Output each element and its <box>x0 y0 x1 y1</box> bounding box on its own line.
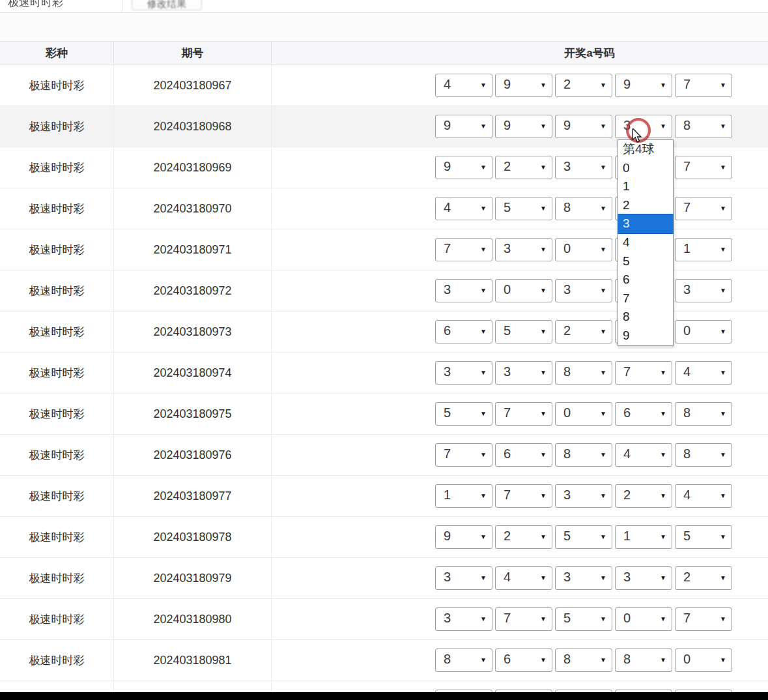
ball-2-number-select[interactable]: 6▼ <box>495 443 552 467</box>
ball-5-number-select[interactable]: 1▼ <box>675 238 732 261</box>
ball-4-number-select[interactable]: 7▼ <box>615 361 672 385</box>
ball-4-number-select[interactable]: 4▼ <box>615 443 672 467</box>
dropdown-option[interactable]: 1 <box>618 177 673 196</box>
ball-1-number-select[interactable]: 1▼ <box>435 484 492 508</box>
ball-2-number-select[interactable]: 3▼ <box>495 361 552 385</box>
selected-number: 8 <box>563 446 571 461</box>
ball-5-number-select[interactable]: 0▼ <box>675 649 732 672</box>
table-row: 极速时时彩2024031809789▼2▼5▼1▼5▼ <box>0 517 768 558</box>
ball-3-number-select[interactable]: 3▼ <box>555 566 612 590</box>
ball-5-number-select[interactable]: 7▼ <box>675 197 732 220</box>
ball-1-number-select[interactable]: 3▼ <box>435 361 492 385</box>
ball-4-number-select[interactable]: 6▼ <box>615 402 672 426</box>
dropdown-option[interactable]: 0 <box>618 159 673 178</box>
ball-5-number-select[interactable]: 7▼ <box>675 74 732 97</box>
ball-1-number-select[interactable]: 5▼ <box>435 402 492 426</box>
ball-3-number-select[interactable]: 0▼ <box>555 402 612 426</box>
ball-3-number-select[interactable]: 8▼ <box>555 197 612 220</box>
caret-down-icon: ▼ <box>600 205 606 212</box>
ball-2-number-select[interactable]: 5▼ <box>495 320 552 343</box>
selected-number: 8 <box>563 364 571 379</box>
ball-4-number-select[interactable]: 0▼ <box>615 607 672 631</box>
ball-5-number-select[interactable]: 2▼ <box>675 566 732 590</box>
ball-1-number-select[interactable]: 9▼ <box>435 525 492 549</box>
ball-5-number-select[interactable]: 7▼ <box>675 607 732 631</box>
ball-3-number-select[interactable]: 2▼ <box>555 74 612 97</box>
ball-2-number-select[interactable]: 0▼ <box>495 279 552 302</box>
caret-down-icon: ▼ <box>720 615 726 622</box>
ball-3-number-select[interactable]: 3▼ <box>555 279 612 302</box>
dropdown-option[interactable]: 4 <box>618 233 673 252</box>
top-toolbar: 极速时时彩 修改结果 <box>0 0 768 13</box>
ball-3-number-select[interactable]: 3▼ <box>555 156 612 179</box>
dropdown-option[interactable]: 3 <box>618 214 673 233</box>
caret-down-icon: ▼ <box>660 451 666 458</box>
lottery-type-select[interactable]: 极速时时彩 <box>0 0 122 13</box>
ball-2-number-select[interactable]: 2▼ <box>495 525 552 549</box>
lottery-type-cell: 极速时时彩 <box>0 435 114 476</box>
ball-2-number-select[interactable]: 9▼ <box>495 74 552 97</box>
ball-3-number-select[interactable]: 5▼ <box>555 607 612 631</box>
caret-down-icon: ▼ <box>480 164 487 171</box>
caret-down-icon: ▼ <box>480 246 487 253</box>
dropdown-option[interactable]: 8 <box>618 308 673 327</box>
ball-2-number-select[interactable]: 4▼ <box>495 566 552 590</box>
caret-down-icon: ▼ <box>540 246 547 253</box>
ball-3-number-select[interactable]: 8▼ <box>555 443 612 467</box>
ball-1-number-select[interactable]: 8▼ <box>435 649 492 672</box>
ball-3-number-select[interactable]: 8▼ <box>555 649 612 672</box>
ball-3-number-select[interactable]: 8▼ <box>555 361 612 385</box>
ball-5-number-select[interactable]: 8▼ <box>675 402 732 426</box>
dropdown-option[interactable]: 9 <box>618 327 673 345</box>
ball-4-number-select[interactable]: 8▼ <box>615 649 672 672</box>
ball-1-number-select[interactable]: 6▼ <box>435 320 492 343</box>
ball-5-number-select[interactable]: 5▼ <box>675 525 732 549</box>
dropdown-option[interactable]: 5 <box>618 252 673 271</box>
ball-5-number-select[interactable]: 8▼ <box>675 115 732 138</box>
ball-3-number-select[interactable]: 3▼ <box>555 484 612 508</box>
selected-number: 7 <box>683 611 690 626</box>
ball-5-number-select[interactable]: 3▼ <box>675 279 732 302</box>
ball-3-number-select[interactable]: 9▼ <box>555 115 612 138</box>
dropdown-option[interactable]: 6 <box>618 270 673 289</box>
admin-lottery-results-page: 极速时时彩 修改结果 彩种 期号 开奖a号码 极速时时彩202403180967… <box>0 0 768 700</box>
ball-1-number-select[interactable]: 3▼ <box>435 279 492 302</box>
ball-2-number-select[interactable]: 9▼ <box>495 115 552 138</box>
ball-1-number-select[interactable]: 7▼ <box>435 238 492 261</box>
lottery-type-cell: 极速时时彩 <box>0 558 114 599</box>
ball-5-number-select[interactable]: 7▼ <box>675 156 732 179</box>
dropdown-option[interactable]: 2 <box>618 196 673 215</box>
ball-1-number-select[interactable]: 4▼ <box>435 197 492 220</box>
ball-2-number-select[interactable]: 7▼ <box>495 402 552 426</box>
ball-4-number-select[interactable]: 9▼ <box>615 74 672 97</box>
ball-5-number-select[interactable]: 4▼ <box>675 361 732 385</box>
selected-number: 7 <box>683 200 690 215</box>
caret-down-icon: ▼ <box>540 656 547 664</box>
ball-1-number-select[interactable]: 3▼ <box>435 566 492 590</box>
ball-2-number-select[interactable]: 3▼ <box>495 238 552 261</box>
ball-3-number-select[interactable]: 2▼ <box>555 320 612 343</box>
ball-4-number-select[interactable]: 3▼ <box>615 566 672 590</box>
ball-2-number-select[interactable]: 7▼ <box>495 484 552 508</box>
dropdown-option[interactable]: 7 <box>618 289 673 308</box>
ball-1-number-select[interactable]: 9▼ <box>435 156 492 179</box>
ball-5-number-select[interactable]: 0▼ <box>675 320 732 343</box>
ball-5-number-select[interactable]: 8▼ <box>675 443 732 467</box>
ball-1-number-select[interactable]: 3▼ <box>435 607 492 631</box>
ball-2-number-select[interactable]: 6▼ <box>495 649 552 672</box>
modify-results-button[interactable]: 修改结果 <box>132 0 202 10</box>
ball-2-number-select[interactable]: 2▼ <box>495 156 552 179</box>
ball-1-number-select[interactable]: 9▼ <box>435 115 492 138</box>
lottery-type-cell: 极速时时彩 <box>0 353 114 394</box>
ball-1-number-select[interactable]: 4▼ <box>435 74 492 97</box>
caret-down-icon: ▼ <box>480 615 487 622</box>
ball-4-number-select[interactable]: 1▼ <box>615 525 672 549</box>
ball-2-number-select[interactable]: 7▼ <box>495 607 552 631</box>
ball-1-number-select[interactable]: 7▼ <box>435 443 492 467</box>
ball-3-number-select[interactable]: 5▼ <box>555 525 612 549</box>
ball-3-number-select[interactable]: 0▼ <box>555 238 612 261</box>
selected-number: 0 <box>563 405 571 420</box>
ball-2-number-select[interactable]: 5▼ <box>495 197 552 220</box>
ball-4-number-select[interactable]: 2▼ <box>615 484 672 508</box>
ball-5-number-select[interactable]: 4▼ <box>675 484 732 508</box>
